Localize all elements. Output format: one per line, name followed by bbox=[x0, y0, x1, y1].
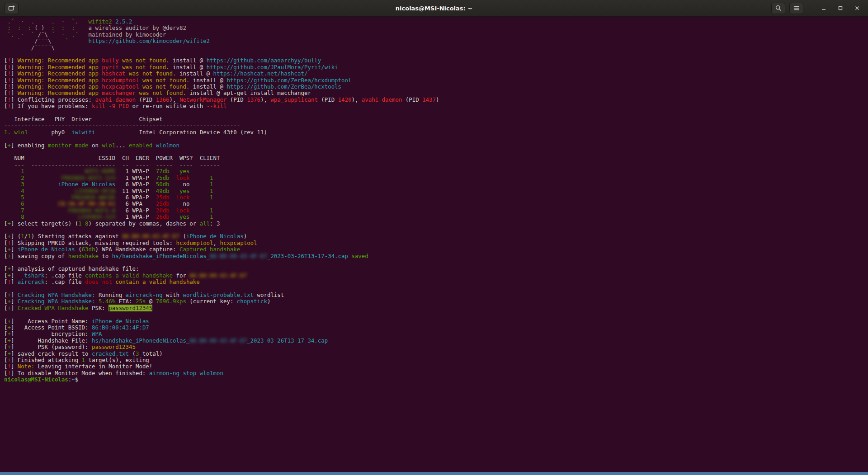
text-segment: 11 bbox=[115, 188, 129, 194]
text-segment: ] bbox=[11, 278, 18, 285]
blurred-essid: LIVEBOX-9F2A bbox=[75, 188, 116, 194]
blurred-bssid: 86-B0-00-43-4F-D7 bbox=[189, 337, 247, 344]
text-segment: yes bbox=[170, 188, 190, 194]
text-segment: To disable Monitor Mode when finished: bbox=[18, 370, 149, 376]
text-segment: 20db bbox=[149, 207, 170, 214]
link[interactable]: https://github.com/JPaulMora/Pyrit/wiki bbox=[207, 64, 338, 71]
terminal-line bbox=[4, 136, 868, 142]
maximize-button[interactable] bbox=[834, 2, 847, 14]
interface-name: wlo1 bbox=[14, 129, 28, 136]
terminal-line: 7 FREEBOX-WIFI-A 6 WPA-P 20db lock 1 bbox=[4, 207, 868, 214]
process-name: avahi-daemon bbox=[95, 96, 136, 103]
terminal-line: [+] Access Point BSSID: 86:B0:00:43:4F:D… bbox=[4, 325, 868, 331]
text-segment bbox=[65, 129, 71, 136]
search-button[interactable] bbox=[771, 3, 785, 14]
text-segment: ] bbox=[11, 253, 18, 259]
text-segment: with bbox=[163, 292, 183, 298]
text-segment: enabling bbox=[18, 142, 48, 149]
app-name: bully bbox=[102, 57, 118, 64]
text-segment: 8 bbox=[4, 213, 24, 220]
link[interactable]: https://github.com/kimocoder/wifite2 bbox=[89, 38, 210, 44]
text-segment: WPA-P bbox=[129, 188, 149, 194]
text-segment: + bbox=[7, 350, 10, 357]
text-segment: /¯¯¯\ bbox=[34, 38, 51, 44]
text-segment: aircrack bbox=[18, 278, 45, 285]
terminal-line: [!] To disable Monitor Mode when finishe… bbox=[4, 370, 868, 376]
process-name: wpa_supplicant bbox=[270, 96, 317, 103]
text-segment: ! bbox=[7, 64, 10, 71]
text-segment bbox=[78, 18, 88, 25]
blurred-bssid: 86:B0:00:43:4F:D7 bbox=[122, 233, 179, 240]
app-name: hcxpcaptool bbox=[102, 83, 139, 90]
text-segment: ETA: bbox=[115, 298, 136, 305]
text-segment: + bbox=[7, 298, 10, 305]
app-name: hashcat bbox=[102, 70, 125, 77]
text-segment: was not found. bbox=[126, 70, 179, 77]
text-segment: : bbox=[173, 246, 179, 253]
text-segment: ! bbox=[7, 89, 10, 96]
text-segment: Warning: Recommended app bbox=[18, 57, 102, 64]
text-segment: ] bbox=[11, 265, 18, 272]
terminal-line bbox=[4, 51, 868, 57]
text-segment: handshake bbox=[68, 253, 99, 259]
terminal-window: nicolas@MSI-Nicolas: ~ bbox=[0, 0, 868, 475]
terminal-line: [!] Warning: Recommended app macchanger … bbox=[4, 90, 868, 96]
text-segment: hcxdumptool bbox=[176, 240, 213, 246]
text-segment: (PID bbox=[318, 96, 338, 103]
link[interactable]: https://github.com/ZerBea/hcxdumptool bbox=[226, 77, 351, 84]
text-segment: WPA-P bbox=[129, 168, 149, 174]
link[interactable]: https://hashcat.net/hashcat/ bbox=[213, 70, 308, 77]
close-button[interactable] bbox=[851, 2, 863, 14]
text-segment: Skipping PMKID attack, missing required … bbox=[18, 240, 176, 246]
text-segment: 1 bbox=[82, 357, 85, 363]
text-segment: ), bbox=[170, 96, 179, 103]
menu-button[interactable] bbox=[789, 3, 803, 14]
text-segment: 1420 bbox=[338, 96, 352, 103]
minimize-button[interactable] bbox=[817, 2, 830, 14]
text-segment: ! bbox=[7, 83, 10, 90]
text-segment: lock bbox=[170, 207, 190, 214]
text-segment: ] bbox=[11, 318, 18, 325]
text-segment: If you have problems: bbox=[18, 103, 92, 109]
blurred-essid: FREEBOX-ABCDE bbox=[71, 194, 115, 201]
text-segment: Cracking WPA Handshake: bbox=[18, 298, 99, 305]
text-segment: lock bbox=[170, 174, 190, 181]
terminal-line: [+] tshark: .cap file contains a valid h… bbox=[4, 273, 868, 279]
text-segment: 1 bbox=[189, 181, 213, 188]
terminal-line bbox=[4, 110, 868, 116]
text-segment: + bbox=[7, 318, 10, 325]
text-segment: ) bbox=[267, 298, 270, 305]
text-segment: ] bbox=[11, 233, 18, 240]
text-segment: was not found. bbox=[119, 57, 173, 64]
text-segment: 4 bbox=[4, 188, 24, 194]
terminal-line: [!] Warning: Recommended app hcxdumptool… bbox=[4, 77, 868, 84]
text-segment: ] bbox=[11, 70, 18, 77]
text-segment: ] bbox=[11, 370, 18, 376]
terminal-line: [!] aircrack: .cap file does not contain… bbox=[4, 279, 868, 285]
text-segment: _2023-03-26T13-17-34.cap bbox=[247, 337, 328, 344]
terminal-line: 3 iPhone de Nicolas 6 WPA-P 50db no 1 bbox=[4, 181, 868, 188]
text-segment: ) bbox=[95, 246, 102, 253]
maximize-icon bbox=[837, 5, 844, 12]
text-segment: 1-8 bbox=[78, 220, 88, 227]
text-segment: Warning: Recommended app bbox=[18, 64, 102, 71]
text-segment bbox=[78, 31, 88, 38]
text-segment: was not found. bbox=[139, 83, 193, 90]
text-segment: 5 bbox=[4, 194, 24, 201]
minimize-icon bbox=[820, 5, 827, 12]
terminal-line: Interface PHY Driver Chipset bbox=[4, 116, 868, 122]
link[interactable]: https://github.com/aanarchyy/bully bbox=[207, 57, 321, 64]
titlebar[interactable]: nicolas@MSI-Nicolas: ~ bbox=[0, 0, 868, 17]
new-tab-button[interactable] bbox=[5, 3, 19, 14]
text-segment: 1437 bbox=[422, 96, 436, 103]
text-segment: ! bbox=[7, 278, 10, 285]
terminal-line: nicolas@MSI-Nicolas:~$ bbox=[4, 376, 868, 383]
text-segment: 1366 bbox=[156, 96, 170, 103]
text-segment: WPA-P bbox=[129, 207, 149, 214]
link[interactable]: https://github.com/ZerBea/hcxtools bbox=[226, 83, 341, 90]
text-segment: ! bbox=[7, 103, 10, 109]
text-segment: @ bbox=[146, 298, 156, 305]
ap-bssid-value: 86:B0:00:43:4F:D7 bbox=[92, 324, 149, 331]
terminal-output[interactable]: .´ · . . · `. wifite2 2.5.2 : : : (¯) : … bbox=[0, 17, 868, 383]
text-segment: install @ bbox=[179, 70, 213, 77]
